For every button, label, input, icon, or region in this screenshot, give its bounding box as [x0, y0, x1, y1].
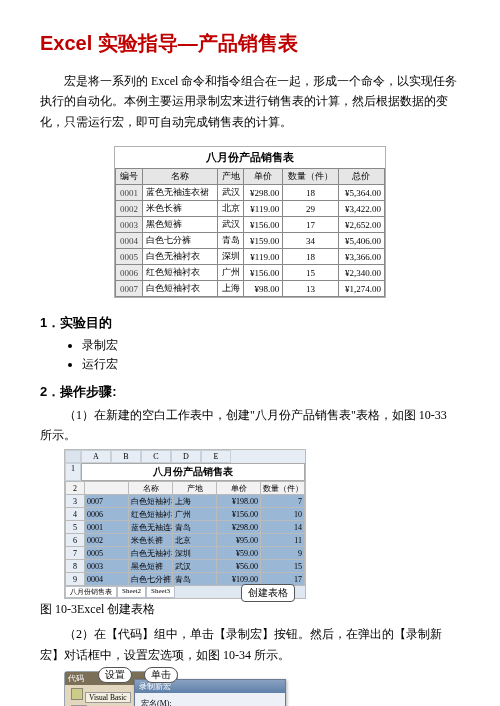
sheet-header-row: 2 名称 产地 单价 数量（件） — [66, 482, 305, 495]
sheet-tab[interactable]: Sheet2 — [117, 586, 146, 598]
section-2-heading: 2．操作步骤: — [40, 383, 460, 401]
sales-table-caption: 八月份产品销售表 — [115, 147, 385, 168]
visual-basic-button[interactable]: Visual Basic — [85, 692, 131, 703]
sheet-row: 60002米色长裤北京¥95.0011 — [66, 534, 305, 547]
section-1-heading: 1．实验目的 — [40, 314, 460, 332]
callout-click: 单击 — [144, 667, 178, 683]
page-title: Excel 实验指导—产品销售表 — [40, 30, 460, 57]
step-2-text: （2）在【代码】组中，单击【录制宏】按钮。然后，在弹出的【录制新宏】对话框中，设… — [40, 624, 460, 665]
table-row: 0003黑色短裤武汉¥156.0017¥2,652.00 — [116, 217, 385, 233]
vb-icon — [71, 688, 83, 700]
sheet-row: 80003黑色短裤武汉¥56.0015 — [66, 560, 305, 573]
callout-create-table: 创建表格 — [241, 584, 295, 602]
intro-paragraph: 宏是将一系列的 Excel 命令和指令组合在一起，形成一个命令，以实现任务执行的… — [40, 71, 460, 132]
table-header-row: 编号 名称 产地 单价 数量（件） 总价 — [116, 169, 385, 185]
table-row: 0004白色七分裤青岛¥159.0034¥5,406.00 — [116, 233, 385, 249]
table-row: 0006红色短袖衬衣广州¥156.0015¥2,340.00 — [116, 265, 385, 281]
sales-table: 八月份产品销售表 编号 名称 产地 单价 数量（件） 总价 0001蓝色无袖连衣… — [115, 147, 385, 297]
excel-screenshot-2: 代码 Visual Basic 宏 录制宏 使用相对引用 宏安全性 录制新宏 宏… — [64, 671, 284, 706]
sales-table-figure: 八月份产品销售表 编号 名称 产地 单价 数量（件） 总价 0001蓝色无袖连衣… — [114, 146, 386, 298]
list-item: 运行宏 — [82, 355, 460, 374]
table-row: 0001蓝色无袖连衣裙武汉¥298.0018¥5,364.00 — [116, 185, 385, 201]
sheet-row: 30007白色短袖衬衣上海¥198.007 — [66, 495, 305, 508]
objective-list: 录制宏 运行宏 — [40, 336, 460, 374]
sheet-row: 40006红色短袖衬衣广州¥156.0010 — [66, 508, 305, 521]
sheet-row: 70005白色无袖衬衣深圳¥59.009 — [66, 547, 305, 560]
sheet-tab[interactable]: Sheet3 — [146, 586, 175, 598]
step-1-text: （1）在新建的空白工作表中，创建"八月份产品销售表"表格，如图 10-33 所示… — [40, 405, 460, 446]
table-row: 0002米色长裤北京¥119.0029¥3,422.00 — [116, 201, 385, 217]
macro-name-label: 宏名(M): — [141, 698, 279, 706]
sheet-title: 八月份产品销售表 — [81, 463, 305, 481]
figure-caption-1: 图 10-3Excel 创建表格 — [40, 601, 460, 618]
list-item: 录制宏 — [82, 336, 460, 355]
callout-settings: 设置 — [98, 667, 132, 683]
excel-screenshot-1: ABCDE 1 八月份产品销售表 2 名称 产地 单价 数量（件） 30007白… — [64, 449, 306, 599]
sheet-tab[interactable]: 八月份销售表 — [65, 586, 117, 598]
sheet-row: 50001蓝色无袖连衣裙青岛¥298.0014 — [66, 521, 305, 534]
table-row: 0007白色短袖衬衣上海¥98.0013¥1,274.00 — [116, 281, 385, 297]
record-macro-dialog: 录制新宏 宏名(M): 快捷键(K): 保存在(I): 当前工作簿 说明(D):… — [134, 679, 286, 706]
table-row: 0005白色无袖衬衣深圳¥119.0018¥3,366.00 — [116, 249, 385, 265]
